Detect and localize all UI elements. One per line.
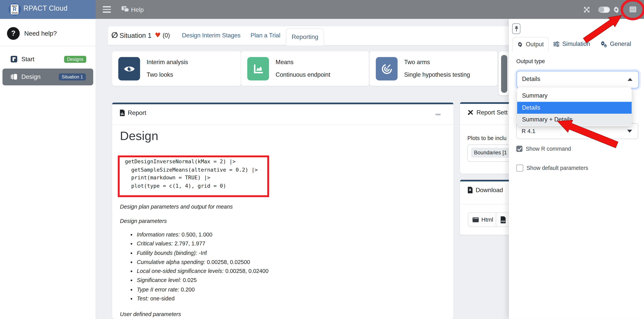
sidebar-item-design[interactable]: Design Situation 1	[2, 68, 93, 85]
sidebar-item-start[interactable]: Start Designs	[2, 51, 93, 68]
card-means[interactable]: Means Continuous endpoint	[241, 51, 369, 86]
output-type-value: Details	[522, 75, 540, 82]
help-button[interactable]: ? Help	[122, 5, 144, 14]
panel-title: Report Sett	[476, 109, 508, 116]
svg-text:PDF: PDF	[501, 220, 506, 222]
card-title: Means	[276, 59, 294, 65]
panel-title: Report	[128, 109, 146, 116]
design-parameters-list: Information rates:0.500, 1.000 Critical …	[120, 230, 268, 304]
list-item: Local one-sided significance levels:0.00…	[137, 267, 268, 276]
drawer-tab-general[interactable]: General	[600, 37, 631, 51]
need-help-icon[interactable]: ?	[7, 27, 20, 40]
menu-item-details[interactable]: Details	[517, 102, 632, 114]
tab-design-interim-stages[interactable]: Design Interim Stages	[182, 32, 240, 38]
pdf-file-icon: PDF	[500, 216, 506, 223]
html-label: Html	[482, 216, 493, 223]
show-default-parameters-checkbox[interactable]: Show default parameters	[516, 165, 588, 172]
settings-drawer: Output Simulation General Output type De…	[509, 19, 644, 319]
need-help-label[interactable]: Need help?	[24, 30, 57, 37]
scrollbar-thumb[interactable]	[501, 55, 507, 93]
area-chart-icon	[247, 57, 269, 81]
report-panel: Report Design getDesignInverseNormal(kMa…	[112, 103, 454, 319]
card-subtitle: Two looks	[147, 71, 173, 78]
report-section-title: Design parameters	[120, 218, 167, 224]
menu-item-summary[interactable]: Summary	[517, 90, 632, 102]
favorite-heart-icon[interactable]: ♥	[155, 31, 161, 39]
rpact-cloud-app: R PACT Cloud RPACT Cloud ? Help	[0, 0, 644, 319]
apps-grid-icon[interactable]	[630, 6, 636, 12]
sidebar: ? Need help? Start Designs Design Situat…	[0, 19, 96, 319]
list-item: Significance level:0.025	[137, 276, 268, 285]
favorite-count: (0)	[162, 32, 170, 38]
chevron-up-icon	[628, 78, 632, 81]
menu-item-summary-details[interactable]: Summary + Details	[517, 114, 632, 125]
theme-toggle[interactable]	[598, 6, 610, 13]
sidebar-divider	[0, 46, 96, 46]
panel-title: Download	[476, 186, 503, 193]
card-title: Interim analysis	[147, 59, 188, 65]
download-file-icon	[468, 187, 473, 193]
browser-icon	[472, 217, 479, 222]
report-heading: Design	[120, 129, 158, 143]
brand-area: R PACT Cloud RPACT Cloud	[0, 0, 96, 19]
sidebar-item-label: Start	[21, 55, 34, 62]
drawer-tab-output[interactable]: Output	[512, 37, 549, 51]
hamburger-menu-icon[interactable]	[103, 6, 111, 13]
empty-set-icon: ∅	[111, 30, 118, 39]
list-item: Test:one-sided	[137, 295, 268, 304]
checkbox-checked-icon[interactable]	[516, 146, 522, 152]
start-icon	[11, 56, 17, 62]
card-subtitle: Single hypothesis testing	[404, 71, 470, 78]
boundaries-chip[interactable]: Boundaries [1	[471, 148, 510, 158]
scrollbar-track[interactable]	[499, 51, 509, 95]
gear-icon	[517, 41, 523, 47]
fullscreen-icon[interactable]	[584, 6, 590, 13]
tools-icon	[468, 109, 474, 115]
target-icon	[376, 57, 398, 81]
report-footer-section: User defined parameters	[120, 311, 181, 317]
list-item: Futility bounds (binding):-Inf	[137, 249, 268, 258]
r-code-block: getDesignInverseNormal(kMax = 2) |> getS…	[125, 158, 258, 190]
card-subtitle: Continuous endpoint	[276, 71, 330, 78]
checkbox-empty-icon[interactable]	[516, 165, 523, 172]
show-r-command-checkbox[interactable]: Show R command	[516, 146, 571, 152]
r-version-value: R 4.1	[522, 128, 536, 134]
eye-icon	[118, 57, 140, 81]
designs-badge: Designs	[64, 56, 86, 63]
card-interim-analysis[interactable]: Interim analysis Two looks	[112, 51, 241, 86]
gears-icon	[600, 41, 607, 47]
sidebar-item-label: Design	[21, 73, 40, 80]
help-label: Help	[131, 6, 144, 13]
tab-plan-a-trial[interactable]: Plan a Trial	[250, 32, 280, 38]
app-title: RPACT Cloud	[24, 4, 68, 12]
minimize-button[interactable]	[435, 114, 441, 115]
list-item: Critical values:2.797, 1.977	[137, 239, 268, 249]
download-html-button[interactable]: Html	[468, 212, 498, 227]
pushpin-icon	[514, 25, 518, 32]
list-item: Information rates:0.500, 1.000	[137, 230, 268, 239]
card-two-arms[interactable]: Two arms Single hypothesis testing	[370, 51, 497, 86]
rpact-logo-icon[interactable]: R PACT Cloud	[9, 3, 21, 16]
app-header: R PACT Cloud RPACT Cloud ? Help	[0, 0, 644, 19]
chevron-down-icon	[627, 130, 632, 133]
tab-reporting[interactable]: Reporting	[286, 28, 324, 45]
output-type-label: Output type	[516, 58, 545, 64]
output-type-menu: Summary Details Summary + Details	[517, 87, 632, 126]
situation-title: Situation 1	[120, 31, 152, 39]
design-icon	[11, 73, 17, 80]
panel-accent-bar	[112, 103, 454, 104]
help-bubbles-icon: ?	[122, 6, 129, 13]
situation-badge: Situation 1	[59, 73, 86, 80]
plots-included-label: Plots to be inclu	[468, 135, 506, 141]
list-item: Cumulative alpha spending:0.00258, 0.025…	[137, 258, 268, 267]
card-title: Two arms	[404, 59, 430, 65]
drawer-tab-simulation[interactable]: Simulation	[553, 37, 590, 51]
settings-gear-icon[interactable]	[613, 6, 620, 13]
report-intro: Design plan parameters and output for me…	[120, 204, 233, 210]
situation-tabbar: ∅ Situation 1 ♥ (0) Design Interim Stage…	[108, 26, 511, 45]
sliders-icon	[553, 41, 560, 47]
pin-button[interactable]	[512, 23, 520, 34]
output-type-select[interactable]: Details	[516, 71, 639, 89]
list-item: Type II error rate:0.200	[137, 285, 268, 294]
report-file-icon	[120, 109, 125, 116]
